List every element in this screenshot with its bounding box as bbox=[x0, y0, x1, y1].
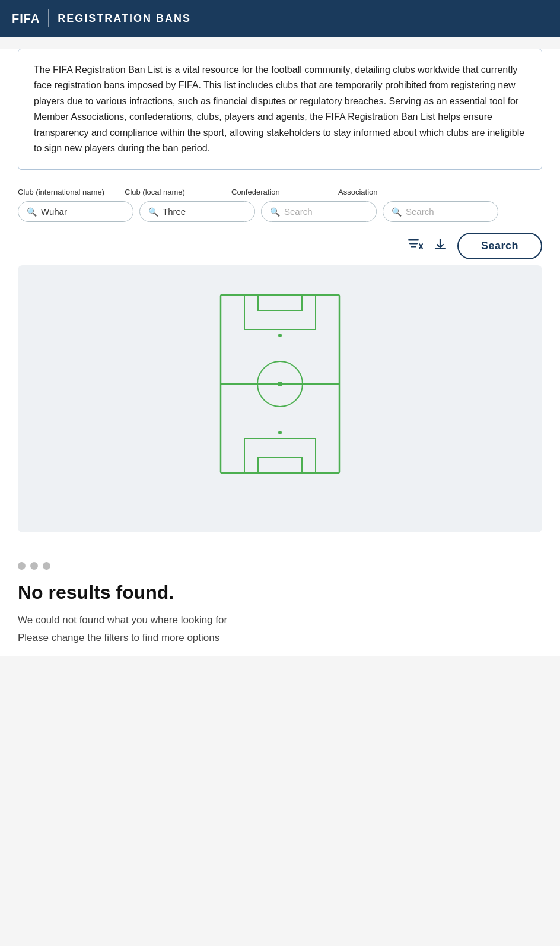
svg-rect-0 bbox=[408, 239, 419, 241]
page-title: REGISTRATION BANS bbox=[58, 12, 191, 25]
svg-point-14 bbox=[278, 431, 282, 434]
search-icon-3: 🔍 bbox=[270, 207, 280, 217]
search-button[interactable]: Search bbox=[457, 233, 542, 259]
no-results-hint: Please change the filters to find more o… bbox=[18, 632, 542, 644]
filter-label-3: Confederation bbox=[231, 188, 332, 196]
filter-labels: Club (international name) Club (local na… bbox=[18, 188, 542, 196]
confederation-field: 🔍 bbox=[261, 201, 377, 222]
dot-1 bbox=[18, 562, 26, 570]
svg-point-11 bbox=[278, 334, 282, 337]
club-local-input[interactable] bbox=[163, 207, 246, 217]
results-area bbox=[18, 265, 542, 532]
search-icon-4: 🔍 bbox=[392, 207, 402, 217]
header-divider bbox=[48, 9, 49, 27]
clear-filters-icon[interactable] bbox=[408, 238, 423, 255]
no-results-title: No results found. bbox=[18, 582, 542, 604]
svg-rect-2 bbox=[411, 246, 416, 248]
svg-rect-13 bbox=[258, 458, 302, 473]
filter-section: Club (international name) Club (local na… bbox=[18, 188, 542, 222]
filter-label-4: Association bbox=[338, 188, 439, 196]
svg-rect-1 bbox=[409, 243, 418, 245]
club-local-field: 🔍 bbox=[139, 201, 255, 222]
filter-label-1: Club (international name) bbox=[18, 188, 119, 196]
association-field: 🔍 bbox=[383, 201, 498, 222]
page-header: FIFA REGISTRATION BANS bbox=[0, 0, 560, 37]
svg-rect-9 bbox=[244, 295, 316, 329]
club-international-field: 🔍 bbox=[18, 201, 133, 222]
main-content: The FIFA Registration Ban List is a vita… bbox=[0, 49, 560, 550]
description-box: The FIFA Registration Ban List is a vita… bbox=[18, 49, 542, 170]
confederation-input[interactable] bbox=[284, 207, 368, 217]
club-international-input[interactable] bbox=[41, 207, 125, 217]
svg-rect-10 bbox=[258, 295, 302, 310]
filter-label-2: Club (local name) bbox=[125, 188, 225, 196]
no-results-sub: We could not found what you where lookin… bbox=[18, 614, 542, 626]
action-bar: Search bbox=[18, 233, 542, 259]
download-icon[interactable] bbox=[434, 238, 447, 255]
svg-rect-12 bbox=[244, 439, 316, 473]
search-icon-2: 🔍 bbox=[148, 207, 158, 217]
dots-row bbox=[18, 562, 542, 570]
no-results-section: No results found. We could not found wha… bbox=[0, 550, 560, 656]
association-input[interactable] bbox=[406, 207, 489, 217]
fifa-logo: FIFA bbox=[12, 12, 40, 26]
search-icon-1: 🔍 bbox=[27, 207, 37, 217]
svg-point-8 bbox=[278, 382, 282, 386]
filter-inputs-row: 🔍 🔍 🔍 🔍 bbox=[18, 201, 542, 222]
description-text: The FIFA Registration Ban List is a vita… bbox=[34, 62, 526, 156]
pitch-graphic bbox=[212, 289, 348, 479]
dot-3 bbox=[43, 562, 50, 570]
dot-2 bbox=[30, 562, 38, 570]
